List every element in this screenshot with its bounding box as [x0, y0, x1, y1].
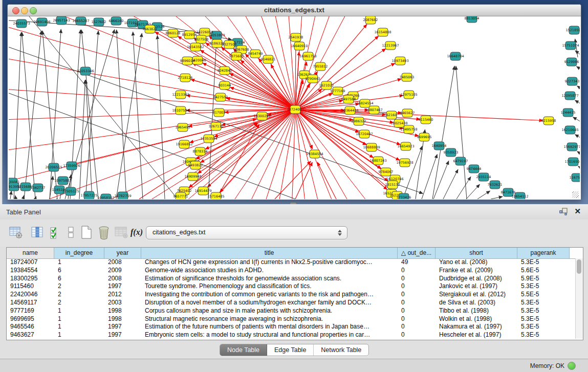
table-settings-button[interactable] [8, 225, 24, 240]
graph-node[interactable]: 8427552 [213, 93, 228, 101]
graph-node[interactable]: 16807243 [369, 157, 386, 165]
graph-node[interactable]: 803144 [219, 81, 231, 90]
column-header-name[interactable]: name [7, 248, 54, 258]
graph-node[interactable]: 16640910 [291, 42, 308, 50]
network-canvas[interactable]: 1872400724035573206914062695714310655287… [9, 16, 580, 199]
graph-node[interactable]: 6479197 [453, 157, 468, 165]
table-row[interactable]: 1456911722003Disruption of a novel membe… [7, 299, 575, 307]
tab-network-table[interactable]: Network Table [314, 344, 368, 356]
graph-node[interactable]: 6466160 [109, 17, 124, 25]
graph-node[interactable]: 1167553 [570, 173, 580, 182]
graph-node[interactable]: 16154808 [374, 28, 391, 36]
function-builder-button[interactable]: f(x) [129, 225, 144, 240]
table-row[interactable]: 946554611997Estimation of the future num… [7, 323, 575, 331]
graph-node[interactable]: 5875685 [229, 52, 244, 60]
column-header-short[interactable]: short [435, 248, 517, 258]
graph-node[interactable]: 17016504 [564, 158, 580, 166]
graph-node[interactable]: 15716485 [207, 192, 224, 199]
graph-node[interactable]: 2541938 [289, 33, 303, 41]
graph-node[interactable]: 9242845 [217, 67, 232, 75]
graph-node[interactable]: 9358923 [444, 148, 459, 157]
graph-node[interactable]: 15692971 [563, 143, 580, 151]
graph-node[interactable]: 12353594 [200, 135, 217, 143]
graph-node[interactable]: 3267130 [209, 122, 224, 130]
graph-node[interactable]: 9146821 [261, 55, 276, 63]
network-window-titlebar[interactable]: citations_edges.txt [8, 5, 581, 16]
graph-node[interactable]: 2087682 [363, 16, 378, 24]
graph-node[interactable]: 9465627 [400, 109, 415, 117]
graph-node[interactable]: 8454749 [248, 50, 263, 58]
graph-node[interactable]: 8860128 [166, 29, 181, 37]
resize-grip-icon[interactable] [572, 191, 579, 198]
graph-node[interactable]: 16909948 [184, 172, 201, 181]
column-header-in_degree[interactable]: in_degree [54, 248, 104, 258]
graph-node[interactable]: 9227343 [565, 77, 580, 85]
graph-node[interactable]: 16720407 [356, 130, 373, 138]
graph-node[interactable]: 7632621 [488, 181, 503, 189]
graph-node[interactable]: 1965495 [176, 123, 190, 132]
graph-node[interactable]: 10655287 [72, 17, 89, 25]
column-header-title[interactable]: title [141, 248, 398, 258]
table-row[interactable]: 1830029562008Estimation of significance … [7, 275, 575, 283]
graph-node[interactable]: 16543582 [187, 43, 204, 51]
column-header-year[interactable]: year [104, 248, 141, 258]
delete-column-button[interactable] [96, 225, 112, 240]
graph-node[interactable]: 9777169 [331, 87, 345, 95]
deselect-all-button[interactable] [63, 225, 79, 240]
graph-node[interactable]: 1244415 [561, 108, 576, 117]
graph-node[interactable]: 10975887 [54, 177, 71, 185]
graph-node[interactable]: 19166852 [176, 140, 192, 148]
citation-network-graph[interactable]: 1872400724035573206914062695714310655287… [9, 16, 580, 199]
table-row[interactable]: 1872400712008Changes of HCN gene express… [7, 258, 575, 267]
column-header-pagerank[interactable]: pagerank [517, 248, 570, 258]
graph-node[interactable]: 12095877 [561, 92, 578, 100]
show-columns-button[interactable] [30, 225, 45, 240]
graph-node[interactable]: 12213363 [172, 91, 189, 99]
graph-node[interactable]: 1342737 [31, 184, 46, 192]
table-selector-dropdown[interactable]: citations_edges.txt [146, 226, 347, 239]
graph-node[interactable]: 20206515 [45, 163, 62, 171]
graph-node[interactable]: 8813054 [465, 16, 480, 23]
graph-node[interactable]: 9699695 [417, 133, 432, 141]
table-row[interactable]: 2242004622012Investigating the contribut… [7, 291, 575, 299]
graph-node[interactable]: 8878314 [193, 147, 208, 156]
tab-node-table[interactable]: Node Table [220, 344, 267, 356]
graph-node[interactable]: 2986322 [352, 117, 366, 125]
graph-node[interactable]: 16210645 [561, 126, 578, 134]
graph-node[interactable]: 21053346 [77, 67, 94, 75]
graph-node[interactable]: 9790443 [306, 75, 320, 83]
table-row[interactable]: 977716911998Corpus callosum shape and si… [7, 307, 575, 315]
graph-node[interactable]: 9784067 [379, 168, 394, 176]
graph-node[interactable]: 2718126 [178, 74, 193, 82]
graph-node[interactable]: 16654923 [397, 142, 414, 150]
graph-node[interactable]: 9896014 [180, 57, 195, 65]
table-row[interactable]: 911546021997Tourette syndrome. Phenomeno… [7, 282, 575, 291]
graph-node[interactable]: 7955812 [313, 62, 328, 71]
graph-node[interactable]: 10958107 [97, 194, 114, 199]
graph-node[interactable]: 12975105 [400, 91, 417, 99]
graph-node[interactable]: 1621022 [319, 81, 334, 90]
graph-node[interactable]: 7485063 [400, 73, 415, 81]
graph-node[interactable]: 16961758 [299, 52, 316, 60]
graph-node[interactable]: 62160 [386, 111, 397, 119]
graph-node[interactable]: 1640954 [432, 142, 447, 150]
table-row[interactable]: 946362711997Embryonic stem cells: a mode… [7, 331, 575, 339]
close-panel-icon[interactable]: ✕ [574, 207, 581, 216]
graph-node[interactable]: 9115460 [419, 116, 433, 124]
graph-node[interactable]: 12213967 [382, 41, 399, 50]
table-row[interactable]: 969969511998Structural magnetic resonanc… [7, 315, 575, 323]
graph-node[interactable]: 317003 [213, 108, 226, 117]
scrollbar-thumb[interactable] [577, 259, 581, 274]
table-row[interactable]: 1938455462009Genome-wide association stu… [7, 267, 575, 275]
graph-node[interactable]: 15218596 [565, 26, 580, 34]
column-header-out_de[interactable]: △ out_de... [398, 248, 435, 258]
graph-node[interactable]: 3827508 [194, 35, 209, 43]
graph-node[interactable]: 17957225 [80, 191, 97, 199]
graph-node[interactable]: 9129986 [564, 58, 579, 66]
tab-edge-table[interactable]: Edge Table [267, 344, 314, 356]
graph-node[interactable]: 19384554 [306, 150, 323, 158]
graph-node[interactable]: 16648784 [447, 52, 464, 60]
float-window-icon[interactable] [559, 208, 568, 216]
graph-node[interactable]: 7663822 [143, 25, 158, 33]
select-all-button[interactable] [48, 225, 63, 240]
